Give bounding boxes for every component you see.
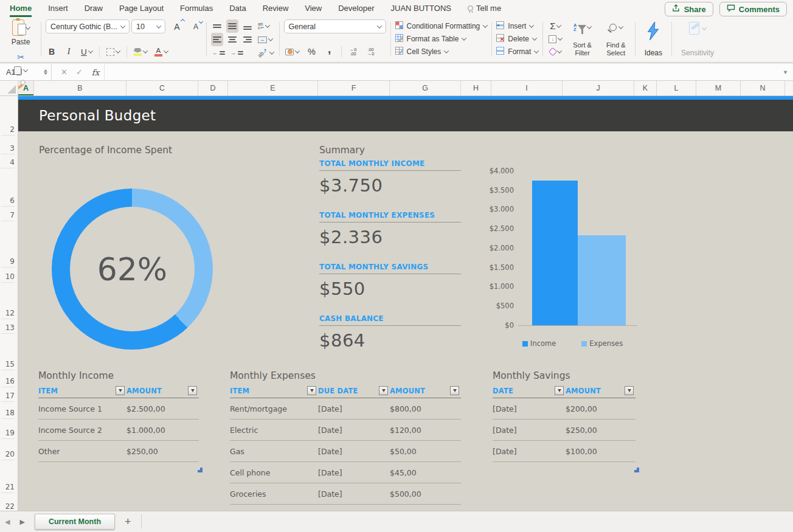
cancel-icon[interactable]: ✕	[57, 67, 72, 77]
table-column-header[interactable]: AMOUNT	[566, 387, 601, 395]
table-resize-handle[interactable]	[634, 463, 639, 475]
table-cell[interactable]: Income Source 2	[38, 426, 126, 435]
select-all-corner[interactable]	[0, 81, 18, 95]
menu-item-home[interactable]: Home	[10, 0, 32, 17]
filter-button[interactable]	[307, 386, 316, 395]
comma-style-button[interactable]: ,	[324, 45, 336, 58]
column-header-E[interactable]: E	[228, 81, 318, 95]
enter-icon[interactable]: ✓	[72, 67, 87, 77]
summary-value[interactable]: $864	[319, 330, 461, 351]
sheet-title-bar[interactable]: Personal Budget	[18, 100, 793, 131]
row-header-13[interactable]: 13	[1, 322, 15, 334]
row-header-22[interactable]: 22	[1, 500, 15, 511]
filter-button[interactable]	[555, 386, 564, 395]
table-cell[interactable]: $800,00	[390, 404, 461, 413]
summary-label[interactable]: TOTAL MONTHLY SAVINGS	[319, 263, 461, 274]
summary-value[interactable]: $3.750	[319, 175, 461, 196]
chevron-down-icon[interactable]	[294, 48, 299, 53]
table-cell[interactable]: [Date]	[318, 489, 390, 499]
table-title[interactable]: Monthly Expenses	[230, 370, 461, 384]
align-bottom-button[interactable]	[241, 19, 254, 33]
row-header-18[interactable]: 18	[1, 407, 15, 419]
row-header-10[interactable]: 10	[1, 271, 15, 283]
table-cell[interactable]: [Date]	[493, 426, 566, 435]
column-header-G[interactable]: G	[390, 81, 461, 95]
chevron-down-icon[interactable]	[268, 36, 273, 41]
table-cell[interactable]: [Date]	[318, 468, 390, 477]
table-column-header[interactable]: ITEM	[38, 387, 58, 395]
column-header-N[interactable]: N	[741, 81, 785, 95]
name-box[interactable]: A1	[0, 68, 44, 77]
table-cell[interactable]: Cell phone	[230, 468, 318, 477]
filter-button[interactable]	[625, 386, 634, 395]
row-header-20[interactable]: 20	[1, 448, 15, 460]
table-cell[interactable]: $45,00	[390, 468, 461, 477]
table-cell[interactable]: [Date]	[493, 447, 566, 456]
column-header-partial[interactable]	[785, 81, 793, 95]
row-header-6[interactable]: 6	[1, 195, 15, 207]
table-cell[interactable]: Rent/mortgage	[230, 404, 318, 413]
row-header-12[interactable]: 12	[1, 307, 15, 319]
menu-item-tell-me[interactable]: Tell me	[468, 0, 501, 17]
table-cell[interactable]: [Date]	[318, 426, 390, 435]
share-button[interactable]: Share	[665, 2, 713, 16]
row-header-3[interactable]: 3	[1, 142, 15, 154]
find-select-button[interactable]: Find &Select	[601, 19, 631, 58]
table-column-header[interactable]: ITEM	[230, 387, 249, 395]
number-format-select[interactable]: General	[284, 19, 386, 33]
summary-value[interactable]: $2.336	[319, 227, 461, 247]
delete-cells-button[interactable]: Delete	[496, 32, 538, 45]
summary-value[interactable]: $550	[319, 278, 461, 299]
chevron-down-icon[interactable]	[25, 24, 30, 29]
chevron-down-icon[interactable]	[557, 48, 562, 53]
italic-button[interactable]: I	[63, 45, 75, 58]
font-name-select[interactable]: Century Gothic (B...	[46, 19, 130, 33]
table-cell[interactable]: $50,00	[390, 447, 461, 456]
name-box-stepper[interactable]	[44, 69, 47, 75]
row-header-19[interactable]: 19	[1, 427, 15, 439]
formula-input[interactable]	[104, 64, 778, 80]
increase-font-button[interactable]: A	[171, 20, 183, 33]
table-column-header[interactable]: DATE	[493, 387, 513, 395]
wrap-text-button[interactable]: abc↩	[257, 19, 271, 33]
row-header-2[interactable]: 2	[1, 123, 15, 136]
table-cell[interactable]: Gas	[230, 447, 318, 456]
row-header-7[interactable]: 7	[1, 209, 15, 221]
align-center-button[interactable]	[226, 33, 238, 46]
align-top-button[interactable]	[211, 19, 223, 33]
row-header-17[interactable]: 17	[1, 390, 15, 402]
table-cell[interactable]: [Date]	[493, 404, 566, 413]
format-as-table-button[interactable]: Format as Table	[395, 32, 488, 45]
decrease-font-button[interactable]: A	[190, 20, 202, 33]
accounting-format-button[interactable]	[284, 45, 300, 58]
prev-sheet-icon[interactable]: ◀	[0, 518, 15, 526]
column-header-H[interactable]: H	[461, 81, 491, 95]
text-orientation-button[interactable]: ab↗	[256, 46, 275, 60]
insert-function-icon[interactable]: fx	[87, 67, 105, 77]
filter-button[interactable]	[450, 386, 459, 395]
sheet-canvas[interactable]: 2346791012131516171819202122 Personal Bu…	[0, 96, 793, 511]
align-right-button[interactable]	[241, 33, 254, 46]
column-header-B[interactable]: B	[34, 81, 126, 95]
increase-decimal-button[interactable]: ←0.00	[347, 45, 359, 58]
table-column-header[interactable]: DUE DATE	[318, 387, 358, 395]
table-cell[interactable]: Other	[38, 447, 126, 456]
conditional-formatting-button[interactable]: Conditional Formatting	[395, 19, 488, 32]
chevron-down-icon[interactable]	[265, 22, 270, 27]
table-cell[interactable]: $250,00	[566, 426, 635, 435]
underline-button[interactable]: U	[80, 45, 94, 58]
clear-button[interactable]	[547, 45, 563, 58]
column-header-M[interactable]: M	[696, 81, 741, 95]
decrease-decimal-button[interactable]: .00→0	[365, 45, 377, 58]
summary-label[interactable]: CASH BALANCE	[319, 314, 461, 326]
menu-item-draw[interactable]: Draw	[85, 0, 103, 17]
table-cell[interactable]: [Date]	[318, 447, 390, 456]
filter-button[interactable]	[188, 386, 197, 395]
next-sheet-icon[interactable]: ▶	[15, 518, 29, 526]
column-header-I[interactable]: I	[491, 81, 563, 95]
bar-chart[interactable]: $4.000$3.500$3.000$2.500$2.000$1.500$1.0…	[485, 164, 649, 354]
formula-bar-expand-icon[interactable]: ▼	[778, 69, 793, 75]
summary-label[interactable]: TOTAL MONTHLY INCOME	[319, 159, 461, 171]
table-cell[interactable]: $500,00	[390, 489, 461, 499]
sort-filter-button[interactable]: AZ Sort &Filter	[568, 19, 597, 58]
